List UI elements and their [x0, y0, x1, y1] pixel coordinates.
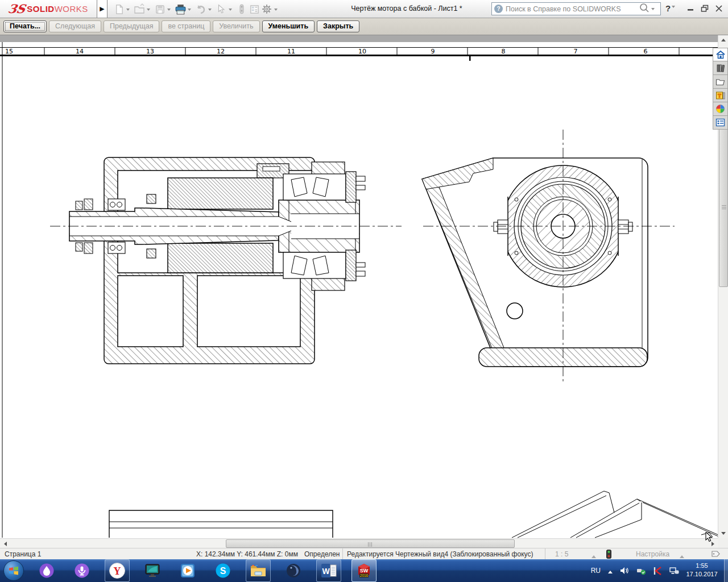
- print-dropdown[interactable]: [188, 9, 191, 13]
- svg-text:8: 8: [502, 48, 506, 55]
- tray-expand-button[interactable]: [608, 568, 613, 573]
- search-scope-dropdown[interactable]: [651, 8, 655, 12]
- horizontal-scroll-thumb[interactable]: [226, 539, 515, 548]
- tab-view-palette[interactable]: [713, 89, 728, 102]
- taskbar-file-explorer[interactable]: [246, 559, 271, 582]
- close-button[interactable]: [713, 3, 725, 14]
- select-cursor-icon[interactable]: [215, 3, 228, 15]
- select-dropdown[interactable]: [229, 9, 232, 13]
- left-arrow-icon: [2, 542, 7, 546]
- svg-text:15: 15: [5, 48, 13, 55]
- sketch-state: Определен: [304, 550, 340, 558]
- zoom-out-button[interactable]: Уменьшить: [262, 20, 315, 32]
- tray-clock[interactable]: 1:55 17.10.2017: [681, 562, 722, 579]
- tab-solidworks-resources[interactable]: [713, 48, 728, 61]
- svg-text:6: 6: [644, 48, 648, 55]
- ds-logo-icon: ЗS: [6, 2, 27, 16]
- zoom-in-button[interactable]: Увеличить: [213, 20, 259, 32]
- language-indicator[interactable]: RU: [591, 567, 601, 575]
- solidworks-logo: ЗS SOLIDWORKS: [0, 0, 97, 18]
- open-file-dropdown[interactable]: [147, 9, 150, 13]
- scroll-left-button[interactable]: [1, 539, 10, 548]
- pointer-coordinates: X: 142.34мм Y: 461.44мм Z: 0мм: [196, 550, 298, 558]
- shell-swirl-icon: [286, 563, 301, 579]
- svg-text:14: 14: [76, 48, 84, 55]
- taskbar-solidworks[interactable]: SW2016: [351, 559, 377, 582]
- taskbar-voice-search[interactable]: [69, 559, 94, 582]
- magnet-toggle-icon[interactable]: [235, 3, 248, 15]
- scale-dropdown-icon[interactable]: [592, 553, 596, 558]
- start-button[interactable]: [3, 560, 24, 581]
- tab-file-explorer[interactable]: [713, 75, 728, 89]
- minimize-button[interactable]: [684, 3, 697, 14]
- edit-status: Редактируется Чертежный вид4 (Заблокиров…: [347, 550, 533, 558]
- svg-text:SW: SW: [360, 568, 369, 573]
- tag-icon[interactable]: [711, 550, 721, 560]
- tab-design-library[interactable]: [713, 61, 728, 75]
- properties-list-icon[interactable]: [248, 3, 260, 15]
- up-arrow-icon: [721, 36, 726, 41]
- new-document-dropdown[interactable]: [126, 9, 130, 13]
- svg-text:2016: 2016: [360, 573, 369, 577]
- custom-properties-icon: [715, 118, 725, 127]
- solidworks-2016-icon: SW2016: [355, 562, 373, 579]
- two-pages-button[interactable]: ве страниц: [162, 20, 210, 32]
- folder-icon: [715, 77, 725, 86]
- svg-text:S: S: [220, 566, 226, 576]
- undo-icon[interactable]: [195, 3, 207, 15]
- svg-text:13: 13: [146, 48, 154, 55]
- print-preview-toolbar: Печать... Следующая Предыдущая ве страни…: [0, 18, 728, 35]
- status-bar: Страница 1 X: 142.34мм Y: 461.44мм Z: 0м…: [0, 548, 728, 559]
- restore-button[interactable]: [698, 3, 711, 14]
- new-document-icon[interactable]: [113, 3, 125, 15]
- options-dropdown[interactable]: [274, 9, 278, 13]
- print-icon[interactable]: [174, 3, 187, 15]
- options-gear-icon[interactable]: [260, 3, 273, 15]
- next-page-button[interactable]: Следующая: [49, 20, 101, 32]
- vertical-scroll-thumb[interactable]: [719, 128, 728, 287]
- taskbar-media-player[interactable]: [175, 559, 200, 582]
- scroll-down-button[interactable]: [719, 529, 728, 538]
- taskbar-shell[interactable]: [281, 559, 306, 582]
- help-dropdown[interactable]: [672, 6, 675, 10]
- mouse-cursor: [705, 532, 714, 544]
- settings-label[interactable]: Настройка: [636, 550, 669, 558]
- menu-flyout-arrow-icon[interactable]: ▶: [97, 0, 107, 18]
- svg-text:9: 9: [431, 48, 435, 55]
- prev-page-button[interactable]: Предыдущая: [104, 20, 159, 32]
- taskbar-word[interactable]: W: [316, 559, 341, 582]
- horizontal-scrollbar[interactable]: [0, 538, 718, 548]
- scroll-up-button[interactable]: [719, 36, 728, 44]
- undo-dropdown[interactable]: [208, 9, 212, 13]
- drawing-canvas[interactable]: 15 14 13 12 11 10 9 8 7 6: [0, 35, 718, 538]
- tab-custom-properties[interactable]: [713, 116, 728, 130]
- help-menu[interactable]: ?: [665, 3, 679, 13]
- network-icon[interactable]: [669, 567, 679, 575]
- taskbar-yandex-browser[interactable]: Y: [105, 559, 130, 582]
- save-icon[interactable]: [154, 3, 166, 15]
- tab-appearances-scenes[interactable]: [713, 102, 728, 116]
- media-player-icon: [180, 563, 196, 579]
- save-dropdown[interactable]: [167, 9, 171, 13]
- print-button[interactable]: Печать...: [3, 20, 47, 32]
- task-pane-tabs: [713, 48, 728, 130]
- volume-icon[interactable]: [620, 567, 629, 575]
- search-magnifier-icon[interactable]: [639, 2, 650, 16]
- taskbar-skype[interactable]: S: [210, 559, 235, 582]
- search-placeholder: Поиск в Справке по SOLIDWORKS: [506, 5, 639, 13]
- scrollbar-corner: [718, 538, 728, 548]
- close-preview-button[interactable]: Закрыть: [317, 20, 359, 32]
- help-search-box[interactable]: ? Поиск в Справке по SOLIDWORKS: [491, 2, 661, 15]
- explorer-folder-icon: [249, 563, 267, 579]
- kaspersky-icon[interactable]: [653, 567, 662, 575]
- page-indicator: Страница 1: [5, 550, 41, 558]
- display-icon: [144, 563, 161, 579]
- settings-dropdown-icon[interactable]: [680, 553, 684, 558]
- help-badge-icon: ?: [494, 5, 503, 13]
- show-desktop-button[interactable]: [724, 559, 728, 582]
- usb-device-icon[interactable]: [636, 567, 646, 575]
- taskbar-display[interactable]: [140, 559, 165, 582]
- open-file-icon[interactable]: [133, 3, 146, 15]
- taskbar-alice[interactable]: [34, 559, 59, 582]
- sheet-scale[interactable]: 1 : 5: [555, 550, 568, 558]
